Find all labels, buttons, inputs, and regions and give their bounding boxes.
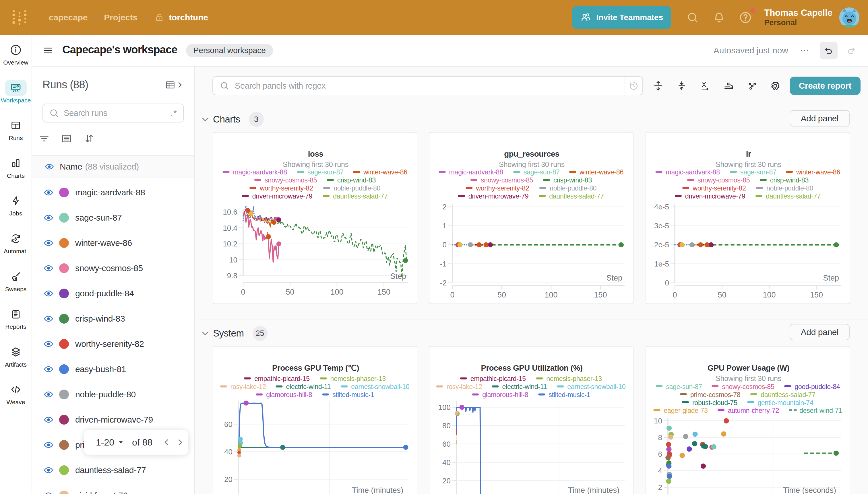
svg-text:loss: loss xyxy=(308,150,323,158)
svg-text:3e-5: 3e-5 xyxy=(654,222,669,230)
svg-text:sage-sun-87: sage-sun-87 xyxy=(666,383,702,391)
svg-text:10: 10 xyxy=(654,417,662,425)
svg-text:Step: Step xyxy=(390,272,406,281)
svg-text:driven-microwave-79: driven-microwave-79 xyxy=(468,192,529,200)
svg-text:2e-5: 2e-5 xyxy=(654,241,669,249)
svg-text:100: 100 xyxy=(763,291,776,299)
svg-text:150: 150 xyxy=(594,291,607,299)
svg-text:10.4: 10.4 xyxy=(223,224,237,232)
svg-text:100: 100 xyxy=(438,403,451,412)
svg-text:Showing first 30 runs: Showing first 30 runs xyxy=(283,160,349,168)
svg-text:magic-aardvark-88: magic-aardvark-88 xyxy=(666,168,720,176)
svg-text:earnest-snowball-10: earnest-snowball-10 xyxy=(567,383,625,391)
svg-text:worthy-serenity-82: worthy-serenity-82 xyxy=(692,185,746,192)
svg-text:driven-microwave-79: driven-microwave-79 xyxy=(685,192,745,200)
svg-text:Step: Step xyxy=(823,274,839,282)
svg-text:crisp-wind-83: crisp-wind-83 xyxy=(337,176,376,184)
svg-text:worthy-serenity-82: worthy-serenity-82 xyxy=(259,185,313,192)
svg-text:rosy-lake-12: rosy-lake-12 xyxy=(230,383,266,391)
svg-text:winter-wave-86: winter-wave-86 xyxy=(579,168,624,176)
svg-text:Showing first 30 runs: Showing first 30 runs xyxy=(716,374,781,382)
svg-text:noble-puddle-80: noble-puddle-80 xyxy=(550,185,596,192)
svg-text:-1: -1 xyxy=(440,260,447,268)
svg-text:stilted-music-1: stilted-music-1 xyxy=(332,391,374,398)
svg-text:150: 150 xyxy=(377,288,390,296)
svg-text:earnest-snowball-10: earnest-snowball-10 xyxy=(351,383,409,391)
svg-text:dauntless-salad-77: dauntless-salad-77 xyxy=(549,192,604,200)
svg-text:snowy-cosmos-85: snowy-cosmos-85 xyxy=(481,176,533,184)
svg-text:snowy-cosmos-85: snowy-cosmos-85 xyxy=(722,383,774,391)
svg-text:20: 20 xyxy=(224,475,233,484)
svg-text:4: 4 xyxy=(658,467,662,475)
svg-text:-2: -2 xyxy=(440,279,447,287)
svg-text:empathic-picard-15: empathic-picard-15 xyxy=(470,375,526,382)
svg-text:snowy-cosmos-85: snowy-cosmos-85 xyxy=(265,176,317,184)
svg-text:9.8: 9.8 xyxy=(227,271,237,280)
svg-text:Showing first 30 runs: Showing first 30 runs xyxy=(499,160,565,168)
svg-text:lr: lr xyxy=(746,150,751,158)
svg-text:Showing first 30 runs: Showing first 30 runs xyxy=(716,160,781,168)
svg-text:stilted-music-1: stilted-music-1 xyxy=(549,391,590,398)
svg-text:winter-wave-86: winter-wave-86 xyxy=(363,168,407,176)
svg-text:driven-microwave-79: driven-microwave-79 xyxy=(252,192,312,200)
svg-text:1e-5: 1e-5 xyxy=(654,260,669,268)
svg-text:magic-aardvark-88: magic-aardvark-88 xyxy=(233,168,287,176)
svg-text:60: 60 xyxy=(224,420,233,429)
svg-text:6: 6 xyxy=(658,450,662,458)
svg-text:10: 10 xyxy=(229,255,237,264)
svg-text:Time (minutes): Time (minutes) xyxy=(352,486,403,494)
svg-text:eager-glade-73: eager-glade-73 xyxy=(664,407,708,414)
svg-text:nemesis-phaser-13: nemesis-phaser-13 xyxy=(547,375,602,382)
svg-text:electric-wind-11: electric-wind-11 xyxy=(286,383,331,391)
svg-text:noble-puddle-80: noble-puddle-80 xyxy=(334,185,380,192)
svg-text:0: 0 xyxy=(450,291,455,299)
svg-text:noble-puddle-80: noble-puddle-80 xyxy=(767,185,813,192)
svg-text:Step: Step xyxy=(606,274,622,282)
svg-text:4e-5: 4e-5 xyxy=(654,203,669,211)
svg-text:robust-cloud-75: robust-cloud-75 xyxy=(692,399,737,406)
svg-text:80: 80 xyxy=(442,421,451,430)
svg-text:prime-cosmos-78: prime-cosmos-78 xyxy=(690,391,741,398)
svg-text:sage-sun-87: sage-sun-87 xyxy=(740,168,776,176)
svg-text:dauntless-salad-77: dauntless-salad-77 xyxy=(333,192,388,200)
svg-text:60: 60 xyxy=(442,440,451,449)
svg-text:8: 8 xyxy=(658,433,662,442)
svg-text:worthy-serenity-82: worthy-serenity-82 xyxy=(476,185,529,192)
svg-text:gentle-mountain-74: gentle-mountain-74 xyxy=(757,399,813,406)
svg-text:150: 150 xyxy=(810,291,823,299)
svg-text:crisp-wind-83: crisp-wind-83 xyxy=(553,176,592,184)
svg-text:40: 40 xyxy=(224,448,233,456)
svg-text:gpu_resources: gpu_resources xyxy=(504,150,559,158)
svg-text:desert-wind-71: desert-wind-71 xyxy=(799,407,842,414)
svg-text:glamorous-hill-8: glamorous-hill-8 xyxy=(482,391,528,398)
svg-text:winter-wave-86: winter-wave-86 xyxy=(796,168,840,176)
svg-text:50: 50 xyxy=(497,291,506,299)
svg-text:100: 100 xyxy=(544,291,557,299)
svg-text:GPU Power Usage (W): GPU Power Usage (W) xyxy=(707,363,789,372)
svg-text:50: 50 xyxy=(718,291,726,299)
svg-text:0: 0 xyxy=(241,288,245,296)
svg-text:50: 50 xyxy=(285,288,294,296)
svg-text:100: 100 xyxy=(330,288,343,296)
svg-text:Time (seconds): Time (seconds) xyxy=(783,486,836,494)
svg-text:0: 0 xyxy=(443,241,447,249)
svg-text:40: 40 xyxy=(442,458,451,467)
svg-text:Time (minutes): Time (minutes) xyxy=(568,486,620,494)
svg-text:10.2: 10.2 xyxy=(223,240,237,248)
svg-text:autumn-cherry-72: autumn-cherry-72 xyxy=(728,407,779,414)
svg-text:dauntless-salad-77: dauntless-salad-77 xyxy=(766,192,820,200)
svg-text:crisp-wind-83: crisp-wind-83 xyxy=(770,176,809,184)
svg-text:snowy-cosmos-85: snowy-cosmos-85 xyxy=(698,176,750,184)
svg-text:10.6: 10.6 xyxy=(223,208,237,216)
svg-text:0: 0 xyxy=(672,291,677,299)
svg-text:glamorous-hill-8: glamorous-hill-8 xyxy=(266,391,312,398)
svg-text:rosy-lake-12: rosy-lake-12 xyxy=(447,383,482,391)
svg-text:Process GPU Utilization (%): Process GPU Utilization (%) xyxy=(481,363,583,372)
svg-text:nemesis-phaser-13: nemesis-phaser-13 xyxy=(330,375,386,382)
svg-text:empathic-picard-15: empathic-picard-15 xyxy=(254,375,310,382)
svg-text:electric-wind-11: electric-wind-11 xyxy=(502,383,547,391)
svg-text:magic-aardvark-88: magic-aardvark-88 xyxy=(449,168,503,176)
svg-text:2: 2 xyxy=(658,483,662,492)
svg-text:sage-sun-87: sage-sun-87 xyxy=(523,168,560,176)
svg-text:0: 0 xyxy=(665,279,669,287)
